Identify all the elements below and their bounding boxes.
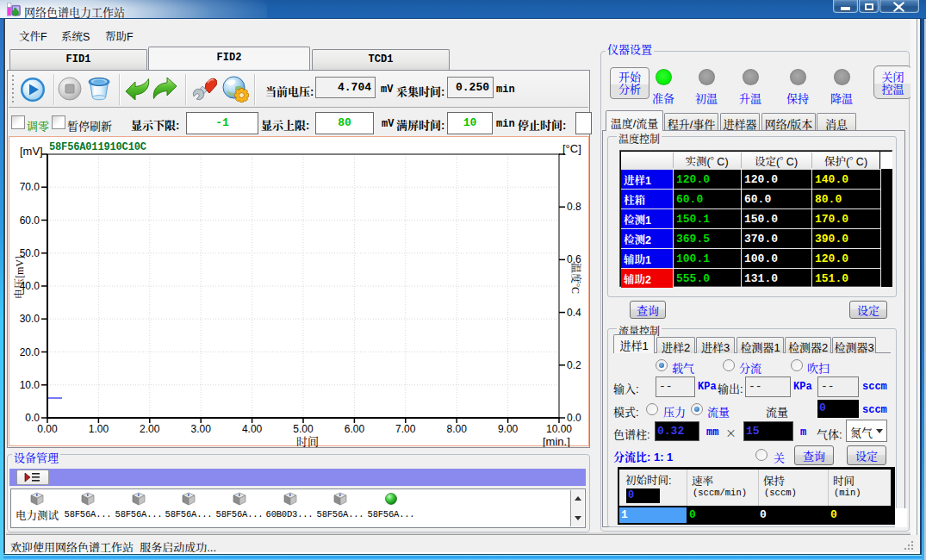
svg-text:30.0: 30.0 (20, 313, 40, 325)
svg-text:1.00: 1.00 (89, 423, 109, 435)
svg-text:8.00: 8.00 (447, 423, 468, 435)
svg-text:20.0: 20.0 (20, 346, 40, 358)
svg-text:0.0: 0.0 (567, 412, 581, 424)
svg-text:0.00: 0.00 (37, 423, 58, 435)
svg-text:3.00: 3.00 (191, 423, 212, 435)
svg-text:9.00: 9.00 (498, 423, 519, 435)
svg-text:0.4: 0.4 (567, 307, 581, 319)
svg-text:0.2: 0.2 (567, 359, 581, 371)
svg-text:电压[mV]: 电压[mV] (11, 256, 26, 299)
svg-text:58F56A011910C10C: 58F56A011910C10C (49, 141, 146, 153)
svg-text:0.0: 0.0 (25, 412, 40, 424)
svg-text:4.00: 4.00 (242, 423, 263, 435)
svg-text:70.0: 70.0 (20, 181, 40, 193)
svg-text:温度°C: 温度°C (569, 263, 584, 294)
svg-text:6.00: 6.00 (345, 423, 365, 435)
svg-text:7.00: 7.00 (395, 423, 416, 435)
svg-text:时间: 时间 (296, 432, 319, 447)
svg-text:[mV]: [mV] (20, 145, 43, 158)
svg-text:10.00: 10.00 (546, 423, 572, 435)
svg-text:2.00: 2.00 (140, 423, 160, 435)
svg-text:[min.]: [min.] (543, 435, 570, 447)
svg-text:10.0: 10.0 (20, 379, 40, 391)
svg-text:0.8: 0.8 (567, 201, 581, 213)
svg-text:60.0: 60.0 (20, 215, 40, 227)
svg-text:[°C]: [°C] (562, 142, 581, 155)
